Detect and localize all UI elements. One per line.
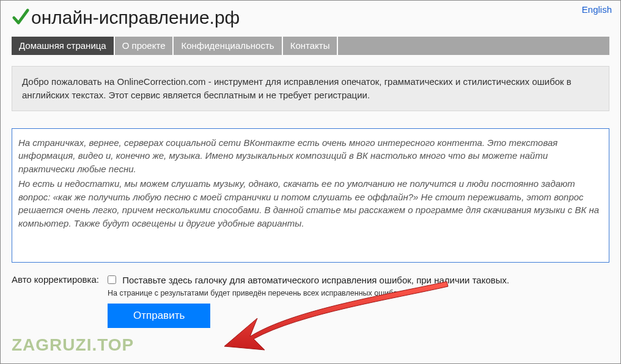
site-logo: онлайн-исправление.рф: [12, 5, 609, 28]
language-link[interactable]: English: [582, 4, 612, 15]
text-editor[interactable]: На страничках, вернее, серверах социальн…: [12, 128, 609, 263]
editor-paragraph: На страничках, вернее, серверах социальн…: [18, 136, 603, 176]
watermark: ZAGRUZI.TOP: [12, 335, 134, 355]
submit-button[interactable]: Отправить: [108, 304, 210, 328]
auto-correct-label: Авто корректировка:: [12, 274, 99, 285]
nav-privacy[interactable]: Конфиденциальность: [174, 37, 282, 55]
nav-home[interactable]: Домашняя страница: [12, 37, 115, 55]
auto-correct-option[interactable]: Поставьте здесь галочку для автоматическ…: [108, 275, 509, 285]
editor-paragraph: Но есть и недостатки, мы можем слушать м…: [18, 177, 603, 230]
nav-about[interactable]: О проекте: [115, 37, 174, 55]
main-nav: Домашняя страница О проекте Конфиденциал…: [12, 37, 609, 55]
checkmark-icon: [12, 8, 30, 26]
site-title: онлайн-исправление.рф: [31, 7, 240, 28]
auto-correct-text: Поставьте здесь галочку для автоматическ…: [122, 275, 509, 285]
welcome-message: Добро пожаловать на OnlineCorrection.com…: [12, 66, 609, 111]
auto-correct-checkbox[interactable]: [108, 275, 116, 284]
nav-contacts[interactable]: Контакты: [283, 37, 339, 55]
auto-correct-hint: На странице с результатами будет приведё…: [108, 289, 609, 297]
